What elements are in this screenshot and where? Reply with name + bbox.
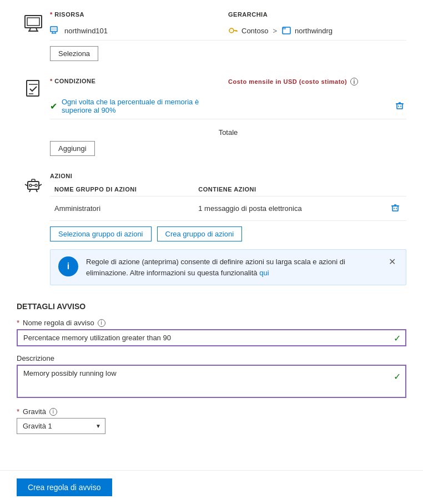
name-input-wrapper: ✓ (17, 329, 406, 346)
name-info-icon[interactable]: i (98, 319, 105, 327)
svg-rect-6 (52, 28, 56, 31)
gravity-select[interactable]: Gravità 0 Gravità 1 Gravità 2 Gravità 3 … (17, 418, 105, 434)
col-name-header: NOME GRUPPO DI AZIONI (50, 183, 194, 196)
svg-rect-28 (32, 179, 35, 182)
action-group-name: Amministratori (50, 196, 194, 221)
svg-rect-15 (283, 27, 286, 29)
action-group-contains: 1 messaggio di posta elettronica (194, 196, 371, 221)
select-resource-button[interactable]: Seleziona (50, 46, 98, 61)
totale-row: Totale (50, 124, 406, 141)
desc-form-group: Descrizione Memory possibly running low … (17, 354, 406, 400)
actions-content: AZIONI NOME GRUPPO DI AZIONI CONTIENE AZ… (50, 173, 406, 285)
actions-section: AZIONI NOME GRUPPO DI AZIONI CONTIENE AZ… (17, 173, 406, 285)
actions-buttons-row: Seleziona gruppo di azioni Crea gruppo d… (50, 226, 406, 241)
svg-point-10 (229, 28, 234, 33)
desc-check-icon: ✓ (394, 371, 401, 382)
create-action-group-button[interactable]: Crea gruppo di azioni (157, 226, 243, 241)
gravity-info-icon[interactable]: i (49, 408, 57, 416)
condition-icon (17, 78, 50, 101)
name-required-star: * (17, 319, 19, 327)
close-banner-button[interactable]: ✕ (386, 256, 398, 267)
condition-section: * CONDIZIONE Costo mensile in USD (costo… (17, 78, 406, 156)
svg-rect-19 (397, 104, 402, 109)
svg-rect-1 (27, 18, 39, 26)
condition-check-icon: ✔ (50, 101, 57, 112)
condition-content: * CONDIZIONE Costo mensile in USD (costo… (50, 78, 406, 156)
desc-label: Descrizione (17, 354, 406, 362)
hierarchy-org: Contoso (241, 27, 268, 35)
add-condition-button[interactable]: Aggiungi (50, 141, 95, 156)
name-check-icon: ✓ (394, 332, 401, 343)
condition-label: * CONDIZIONE (50, 78, 228, 84)
actions-table: NOME GRUPPO DI AZIONI CONTIENE AZIONI Am… (50, 183, 406, 221)
hierarchy-rg: northwindrg (295, 27, 333, 35)
info-banner-icon: i (58, 256, 78, 276)
details-title: DETTAGLI AVVISO (17, 302, 406, 311)
hierarchy-sep: > (273, 27, 277, 35)
actions-icon (17, 173, 50, 196)
delete-condition-button[interactable] (393, 99, 406, 114)
svg-point-26 (35, 184, 37, 187)
info-banner-link[interactable]: qui (259, 269, 269, 277)
action-group-row: Amministratori 1 messaggio di posta elet… (50, 196, 406, 221)
cost-label: Costo mensile in USD (costo stimato) i (228, 78, 406, 85)
delete-action-button[interactable] (389, 201, 402, 216)
actions-label: AZIONI (50, 173, 406, 179)
gravity-select-wrapper: Gravità 0 Gravità 1 Gravità 2 Gravità 3 … (17, 418, 105, 434)
resource-icon (17, 11, 50, 34)
details-section: DETTAGLI AVVISO * Nome regola di avviso … (17, 302, 406, 434)
col-contains-header: CONTIENE AZIONI (194, 183, 371, 196)
svg-point-25 (29, 184, 32, 187)
create-alert-rule-button[interactable]: Crea regola di avviso (17, 478, 112, 496)
gravity-label: * Gravità i (17, 407, 406, 416)
desc-input-wrapper: Memory possibly running low ✓ (17, 365, 406, 400)
info-banner-text: Regole di azione (anteprima) consente di… (86, 256, 386, 278)
condition-text[interactable]: Ogni volta che la percentuale di memoria… (62, 98, 228, 114)
info-banner: i Regole di azione (anteprima) consente … (50, 249, 406, 285)
bottom-bar: Crea regola di avviso (0, 470, 423, 504)
desc-textarea[interactable]: Memory possibly running low (17, 365, 406, 398)
select-action-group-button[interactable]: Seleziona gruppo di azioni (50, 226, 152, 241)
hierarchy-label: GERARCHIA (228, 11, 406, 18)
resource-label: * RISORSA (50, 11, 228, 18)
name-form-group: * Nome regola di avviso i ✓ (17, 319, 406, 346)
resource-name: northwind101 (64, 27, 108, 35)
resource-section: * RISORSA GERARCHIA (17, 11, 406, 61)
svg-rect-34 (392, 206, 398, 211)
cost-info-icon[interactable]: i (350, 78, 358, 85)
name-label: * Nome regola di avviso i (17, 319, 406, 327)
resource-content: * RISORSA GERARCHIA (50, 11, 406, 61)
gravity-form-group: * Gravità i Gravità 0 Gravità 1 Gravità … (17, 407, 406, 434)
name-input[interactable] (17, 329, 406, 346)
